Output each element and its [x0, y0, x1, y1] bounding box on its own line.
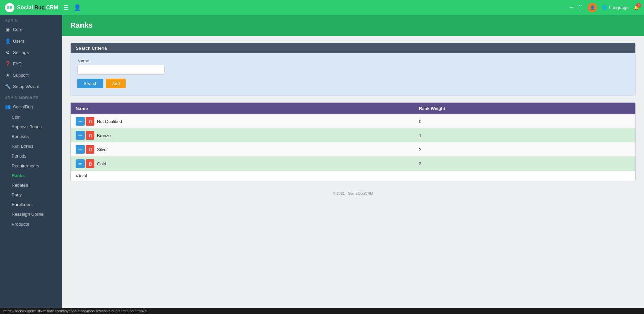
requirements-label: Requirements	[12, 163, 39, 168]
admin-section-label: Admin	[0, 15, 62, 24]
sidebar-item-socialbug[interactable]: 👥 SocialBug	[0, 101, 62, 112]
settings-icon: ⚙	[5, 50, 10, 55]
ranks-table: Name Rank Weight ✏🗑Not Qualified0✏🗑Bronz…	[71, 103, 635, 171]
delete-button[interactable]: 🗑	[86, 131, 94, 140]
rebates-label: Rebates	[12, 183, 28, 188]
search-criteria-box: Search Criteria Name Search Add	[70, 43, 636, 96]
sidebar: Admin ◉ Core 👤 Users ⚙ Settings ❓ FAQ ★ …	[0, 15, 62, 308]
table-cell-rank-weight: 2	[414, 142, 635, 156]
logo-crm: CRM	[46, 5, 58, 11]
sidebar-sub-item-bonuses[interactable]: Bonuses	[0, 132, 62, 141]
add-button[interactable]: Add	[106, 79, 126, 88]
avatar: 👤	[588, 3, 597, 12]
sidebar-item-label: FAQ	[13, 61, 22, 66]
table-cell-actions: ✏🗑Bronze	[71, 128, 414, 142]
sidebar-sub-item-run-bonus[interactable]: Run Bonus	[0, 141, 62, 151]
periods-label: Periods	[12, 153, 26, 159]
table-cell-rank-weight: 0	[414, 114, 635, 128]
delete-button[interactable]: 🗑	[86, 145, 94, 154]
notification-badge: 0	[636, 3, 641, 8]
admin-modules-label: Admin Modules	[0, 92, 62, 101]
users-icon: 👤	[5, 38, 10, 44]
logo: SB Social Bug CRM	[5, 3, 58, 12]
sidebar-sub-item-rebates[interactable]: Rebates	[0, 180, 62, 190]
edit-button[interactable]: ✏	[76, 145, 85, 154]
page-title: Ranks	[70, 21, 636, 30]
sidebar-item-core[interactable]: ◉ Core	[0, 24, 62, 35]
table-cell-rank-weight: 1	[414, 128, 635, 142]
sidebar-item-support[interactable]: ★ Support	[0, 69, 62, 81]
sidebar-sub-item-reassign-upline[interactable]: Reassign Upline	[0, 209, 62, 219]
language-button[interactable]: 🌐 Language	[602, 5, 629, 10]
edit-button[interactable]: ✏	[76, 131, 85, 140]
enrollment-label: Enrollment	[12, 202, 33, 207]
edit-button[interactable]: ✏	[76, 159, 85, 168]
button-row: Search Add	[77, 79, 629, 88]
approve-bonus-label: Approve Bonus	[12, 124, 42, 129]
name-input[interactable]	[77, 65, 165, 75]
data-table-wrapper: Name Rank Weight ✏🗑Not Qualified0✏🗑Bronz…	[70, 102, 636, 181]
search-criteria-title: Search Criteria	[71, 43, 635, 53]
sidebar-sub-item-party[interactable]: Party	[0, 190, 62, 200]
table-body: ✏🗑Not Qualified0✏🗑Bronze1✏🗑Silver2✏🗑Gold…	[71, 114, 635, 171]
sidebar-item-label: Core	[13, 27, 22, 32]
party-label: Party	[12, 192, 22, 197]
table-cell-actions: ✏🗑Gold	[71, 156, 414, 171]
table-cell-rank-weight: 3	[414, 156, 635, 171]
sidebar-sub-item-approve-bonus[interactable]: Approve Bonus	[0, 122, 62, 132]
search-button[interactable]: Search	[77, 79, 103, 88]
sidebar-item-label: Users	[13, 39, 24, 44]
hamburger-icon[interactable]: ☰	[63, 4, 69, 11]
row-name: Silver	[97, 147, 108, 152]
sidebar-item-users[interactable]: 👤 Users	[0, 35, 62, 47]
table-cell-actions: ✏🗑Silver	[71, 142, 414, 156]
sidebar-sub-item-periods[interactable]: Periods	[0, 151, 62, 161]
support-icon: ★	[5, 72, 10, 78]
core-icon: ◉	[5, 27, 10, 32]
sidebar-item-label: SocialBug	[13, 104, 33, 109]
coin-label: Coin	[12, 115, 21, 120]
row-name: Not Qualified	[97, 119, 122, 124]
content-area: Ranks Search Criteria Name Search Add	[62, 15, 644, 308]
sidebar-sub-item-requirements[interactable]: Requirements	[0, 161, 62, 171]
sidebar-sub-item-products[interactable]: Products	[0, 219, 62, 229]
notification-bell[interactable]: 🔔 0	[634, 5, 639, 10]
col-name: Name	[71, 103, 414, 114]
sidebar-item-faq[interactable]: ❓ FAQ	[0, 58, 62, 69]
sidebar-sub-item-enrollment[interactable]: Enrollment	[0, 200, 62, 209]
sidebar-sub-item-coin[interactable]: Coin	[0, 112, 62, 122]
sidebar-item-setup-wizard[interactable]: 🔧 Setup Wizard	[0, 81, 62, 92]
reassign-upline-label: Reassign Upline	[12, 212, 44, 217]
avatar-area[interactable]: 👤	[588, 3, 597, 12]
page-footer: © 2021 - SocialBugCRM	[62, 188, 644, 199]
bonuses-label: Bonuses	[12, 134, 29, 139]
logo-icon: SB	[5, 3, 14, 12]
setup-wizard-icon: 🔧	[5, 84, 10, 89]
table-row: ✏🗑Gold3	[71, 156, 635, 171]
sidebar-item-label: Setup Wizard	[13, 84, 39, 89]
topbar: SB Social Bug CRM ☰ 👤 ⇥ ⛶ 👤 🌐 Language 🔔…	[0, 0, 644, 15]
topbar-left: SB Social Bug CRM ☰ 👤	[5, 3, 81, 12]
row-name: Gold	[97, 161, 106, 166]
language-label: Language	[609, 5, 629, 10]
statusbar: https://socialbugcrm.sb-affiliate.com/ti…	[0, 308, 644, 314]
delete-button[interactable]: 🗑	[86, 117, 94, 126]
user-icon[interactable]: 👤	[74, 4, 81, 11]
edit-button[interactable]: ✏	[76, 117, 85, 126]
delete-button[interactable]: 🗑	[86, 159, 94, 168]
name-label: Name	[77, 58, 629, 63]
col-rank-weight: Rank Weight	[414, 103, 635, 114]
sidebar-item-settings[interactable]: ⚙ Settings	[0, 47, 62, 58]
table-row: ✏🗑Silver2	[71, 142, 635, 156]
page-header: Ranks	[62, 15, 644, 36]
sidebar-item-label: Settings	[13, 50, 29, 55]
logo-bug: Bug	[34, 5, 45, 11]
run-bonus-label: Run Bonus	[12, 144, 33, 149]
sidebar-sub-item-ranks[interactable]: Ranks	[0, 171, 62, 180]
logo-social: Social	[17, 5, 33, 11]
fullscreen-button[interactable]: ⛶	[578, 5, 583, 10]
topbar-right: ⇥ ⛶ 👤 🌐 Language 🔔 0	[570, 3, 639, 12]
logout-button[interactable]: ⇥	[570, 5, 573, 10]
main-wrapper: Admin ◉ Core 👤 Users ⚙ Settings ❓ FAQ ★ …	[0, 15, 644, 308]
name-form-group: Name	[77, 58, 629, 75]
